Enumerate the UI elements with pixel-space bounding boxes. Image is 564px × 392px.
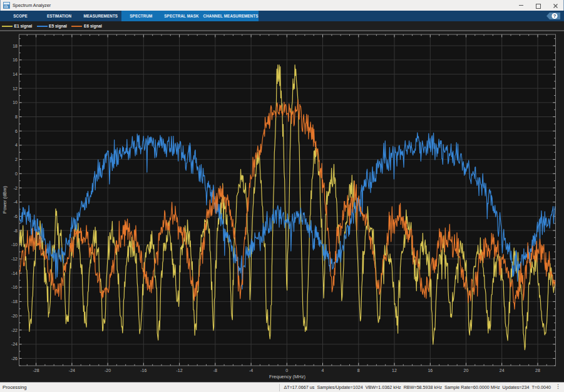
svg-text:Power (dBm): Power (dBm) (2, 186, 8, 214)
svg-text:-22: -22 (11, 328, 18, 333)
svg-text:14: 14 (13, 72, 18, 76)
svg-text:2: 2 (15, 157, 18, 162)
svg-text:-2: -2 (14, 186, 18, 190)
svg-text:24: 24 (500, 368, 505, 373)
svg-text:Frequency (MHz): Frequency (MHz) (269, 374, 305, 379)
svg-text:28: 28 (535, 368, 540, 373)
svg-text:-20: -20 (105, 368, 111, 373)
svg-text:4: 4 (15, 143, 18, 147)
svg-text:20: 20 (464, 368, 469, 373)
svg-text:-28: -28 (33, 368, 39, 373)
svg-text:-24: -24 (69, 368, 75, 373)
svg-text:-4: -4 (249, 368, 253, 373)
svg-text:?: ? (553, 13, 556, 19)
svg-text:-10: -10 (11, 242, 18, 247)
svg-text:-20: -20 (11, 314, 18, 318)
svg-text:-8: -8 (213, 368, 217, 373)
svg-text:8: 8 (15, 115, 18, 119)
svg-text:16: 16 (13, 58, 18, 62)
svg-text:0: 0 (285, 368, 288, 373)
svg-text:-16: -16 (140, 368, 146, 373)
svg-text:-14: -14 (11, 271, 18, 276)
svg-text:0: 0 (15, 172, 18, 176)
svg-text:-8: -8 (14, 229, 18, 233)
svg-text:12: 12 (392, 368, 397, 373)
svg-text:-24: -24 (11, 342, 18, 346)
svg-text:6: 6 (15, 129, 18, 133)
svg-text:16: 16 (428, 368, 433, 373)
svg-text:-26: -26 (11, 356, 18, 361)
svg-text:8: 8 (357, 368, 360, 373)
svg-text:-12: -12 (11, 257, 18, 261)
svg-text:10: 10 (13, 100, 18, 105)
svg-text:18: 18 (13, 44, 18, 48)
svg-text:-6: -6 (14, 214, 18, 219)
svg-text:4: 4 (322, 368, 324, 373)
svg-text:-4: -4 (14, 200, 18, 204)
svg-text:-18: -18 (11, 299, 18, 304)
svg-text:-16: -16 (11, 285, 18, 289)
svg-text:12: 12 (13, 86, 18, 91)
svg-text:-12: -12 (177, 368, 183, 373)
